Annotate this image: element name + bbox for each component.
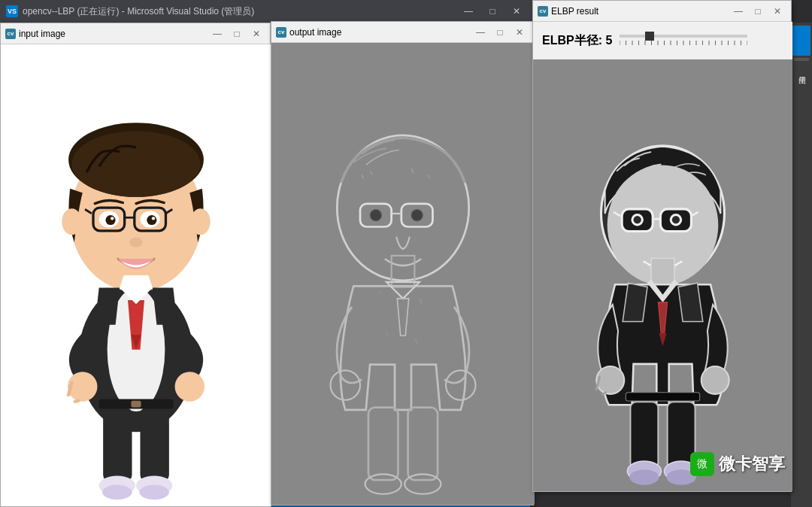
elbp-image-content: ELBP半径: 5 [533, 22, 792, 491]
svg-rect-113 [626, 393, 699, 401]
svg-line-106 [603, 393, 606, 394]
svg-point-30 [152, 217, 155, 220]
vs-minimize-btn[interactable]: — [459, 5, 478, 18]
vs-title: opencv--LBP (正在运行) - Microsoft Visual St… [23, 5, 454, 18]
svg-point-45 [370, 209, 381, 220]
elbp-result-window: cv ELBP result — □ ✕ ELBP半径: 5 [532, 0, 792, 492]
svg-point-27 [105, 215, 115, 225]
elbp-radius-label: ELBP半径: 5 [542, 33, 612, 49]
slider-ticks [620, 39, 747, 47]
vs-close-btn[interactable]: ✕ [507, 5, 526, 18]
input-close-btn[interactable]: ✕ [247, 27, 265, 41]
svg-rect-107 [630, 402, 658, 469]
output-window-icon: cv [276, 27, 286, 38]
elbp-maximize-btn[interactable]: □ [749, 5, 767, 18]
svg-point-29 [111, 217, 114, 220]
input-minimize-btn[interactable]: — [208, 27, 226, 41]
input-image-content [1, 44, 271, 506]
svg-point-103 [596, 366, 624, 394]
output-minimize-btn[interactable]: — [471, 26, 489, 39]
svg-marker-35 [153, 287, 177, 324]
elbp-minimize-btn[interactable]: — [729, 5, 747, 18]
output-maximize-btn[interactable]: □ [491, 26, 509, 39]
output-image-window: cv output image — □ ✕ [271, 21, 534, 505]
watermark-icon: 微 [690, 452, 714, 476]
svg-point-11 [175, 372, 205, 401]
output-window-title: output image [289, 27, 468, 38]
input-window-title: input image [19, 29, 205, 39]
elbp-window-title: ELBP result [551, 6, 726, 17]
svg-point-18 [62, 208, 81, 235]
input-window-buttons: — □ ✕ [208, 27, 265, 41]
vs-maximize-btn[interactable]: □ [483, 5, 502, 18]
output-figure-svg [271, 43, 535, 505]
svg-rect-39 [131, 401, 141, 408]
input-maximize-btn[interactable]: □ [228, 27, 246, 41]
svg-rect-5 [140, 407, 168, 481]
svg-point-111 [629, 469, 659, 485]
elbp-controls: ELBP半径: 5 [533, 22, 792, 59]
svg-line-13 [75, 401, 78, 402]
elbp-close-btn[interactable]: ✕ [768, 5, 786, 18]
vs-titlebar: VS opencv--LBP (正在运行) - Microsoft Visual… [0, 0, 532, 23]
svg-marker-34 [95, 287, 120, 324]
svg-point-31 [129, 238, 143, 247]
output-window-titlebar: cv output image — □ ✕ [271, 22, 533, 43]
svg-point-104 [701, 366, 729, 394]
input-window-icon: cv [5, 29, 16, 39]
svg-point-8 [102, 484, 132, 499]
vs-icon: VS [6, 5, 18, 17]
output-window-buttons: — □ ✕ [471, 26, 529, 39]
svg-point-9 [139, 484, 168, 499]
elbp-figure-svg [533, 59, 792, 491]
output-close-btn[interactable]: ✕ [511, 26, 529, 39]
input-window-titlebar: cv input image — □ ✕ [1, 23, 270, 44]
svg-rect-40 [288, 43, 519, 505]
svg-point-95 [634, 216, 641, 223]
elbp-slider-container [620, 35, 783, 47]
watermark: 微 微卡智享 [690, 452, 785, 476]
svg-point-19 [190, 208, 210, 235]
right-panel: 使用 [791, 23, 812, 507]
right-panel-button-1[interactable] [792, 26, 810, 56]
elbp-window-buttons: — □ ✕ [729, 5, 786, 18]
watermark-text: 微卡智享 [719, 453, 785, 475]
elbp-radius-slider[interactable] [620, 35, 747, 38]
input-image-window: cv input image — □ ✕ [0, 23, 271, 507]
svg-point-96 [672, 216, 680, 223]
right-panel-divider [794, 58, 809, 61]
input-figure-svg [1, 44, 271, 506]
svg-rect-4 [103, 407, 132, 481]
svg-point-28 [147, 215, 156, 225]
svg-point-46 [411, 209, 423, 220]
elbp-window-titlebar: cv ELBP result — □ ✕ [533, 1, 791, 22]
output-image-content [271, 43, 535, 505]
elbp-window-icon: cv [538, 6, 548, 17]
